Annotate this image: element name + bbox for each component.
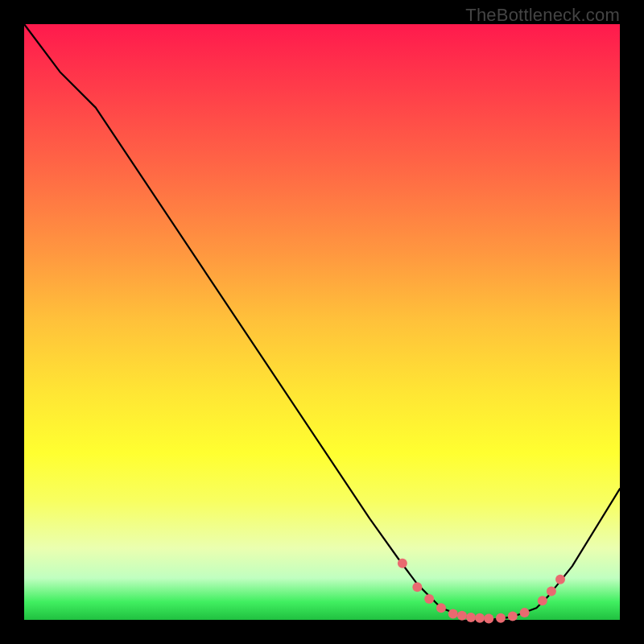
data-marker [436, 603, 446, 613]
data-marker [496, 613, 506, 623]
data-marker [412, 582, 422, 592]
data-marker [448, 609, 458, 619]
data-marker [484, 614, 493, 624]
data-marker [520, 608, 530, 617]
chart-svg-layer [24, 24, 620, 620]
watermark-text: TheBottleneck.com [465, 5, 620, 26]
data-marker [457, 611, 467, 621]
data-marker [466, 613, 476, 622]
data-marker [555, 575, 565, 584]
marker-group [398, 559, 565, 624]
data-marker [538, 596, 547, 605]
data-marker [475, 613, 485, 623]
bottleneck-curve [24, 24, 620, 620]
data-marker [424, 594, 434, 604]
data-marker [508, 612, 518, 621]
data-marker [547, 586, 556, 596]
data-marker [398, 559, 407, 568]
chart-outer-frame: TheBottleneck.com [0, 0, 644, 644]
